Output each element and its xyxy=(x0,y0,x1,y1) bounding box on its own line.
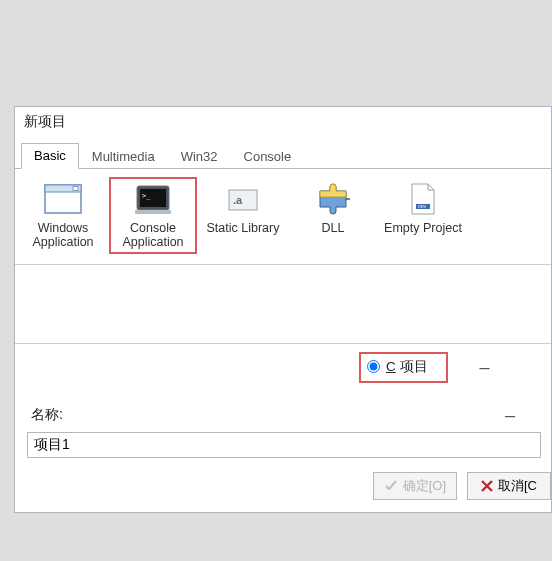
window-icon xyxy=(43,181,83,217)
tab-basic[interactable]: Basic xyxy=(21,143,79,169)
name-label-row: 名称: – xyxy=(15,395,551,432)
terminal-icon: >_ xyxy=(133,181,173,217)
svg-rect-2 xyxy=(73,187,78,191)
cancel-button-label: 取消[C xyxy=(498,477,537,495)
button-bar: 确定[O] 取消[C xyxy=(15,468,551,512)
radio-c-label: C 项目 xyxy=(386,358,428,376)
tab-console[interactable]: Console xyxy=(231,144,305,169)
template-console-application[interactable]: >_ Console Application xyxy=(109,177,197,254)
puzzle-icon xyxy=(313,181,353,217)
template-label: Static Library xyxy=(201,221,285,235)
template-label: Console Application xyxy=(111,221,195,250)
template-label: DLL xyxy=(291,221,375,235)
svg-text:.a: .a xyxy=(233,194,243,206)
new-project-dialog: 新项目 Basic Multimedia Win32 Console Windo… xyxy=(14,106,552,513)
name-input-wrap xyxy=(15,432,551,468)
tab-multimedia[interactable]: Multimedia xyxy=(79,144,168,169)
library-icon: .a xyxy=(223,181,263,217)
dash-more-2: – xyxy=(505,405,515,426)
language-row: C 项目 – xyxy=(15,344,551,395)
cancel-button[interactable]: 取消[C xyxy=(467,472,551,500)
radio-c-project[interactable]: C 项目 xyxy=(359,352,448,383)
svg-text:>_: >_ xyxy=(142,192,151,200)
templates-panel: Windows Application >_ Console Applicati… xyxy=(15,169,551,264)
svg-rect-6 xyxy=(135,210,171,214)
template-static-library[interactable]: .a Static Library xyxy=(199,177,287,239)
tabstrip-separator xyxy=(15,168,551,169)
radio-c-input[interactable] xyxy=(367,360,380,373)
dash-more: – xyxy=(480,357,490,378)
template-empty-project[interactable]: DEV Empty Project xyxy=(379,177,467,239)
name-label: 名称: xyxy=(31,406,63,424)
ok-button-label: 确定[O] xyxy=(403,477,446,495)
template-label: Windows Application xyxy=(21,221,105,250)
project-name-input[interactable] xyxy=(27,432,541,458)
tab-win32[interactable]: Win32 xyxy=(168,144,231,169)
description-panel xyxy=(15,264,551,344)
template-dll[interactable]: DLL xyxy=(289,177,377,239)
close-icon xyxy=(481,480,493,492)
ok-button[interactable]: 确定[O] xyxy=(373,472,457,500)
check-icon xyxy=(384,479,398,493)
document-icon: DEV xyxy=(403,181,443,217)
tab-strip: Basic Multimedia Win32 Console xyxy=(21,143,551,169)
template-label: Empty Project xyxy=(381,221,465,235)
svg-text:DEV: DEV xyxy=(418,204,427,209)
template-windows-application[interactable]: Windows Application xyxy=(19,177,107,254)
dialog-title: 新项目 xyxy=(15,107,551,137)
